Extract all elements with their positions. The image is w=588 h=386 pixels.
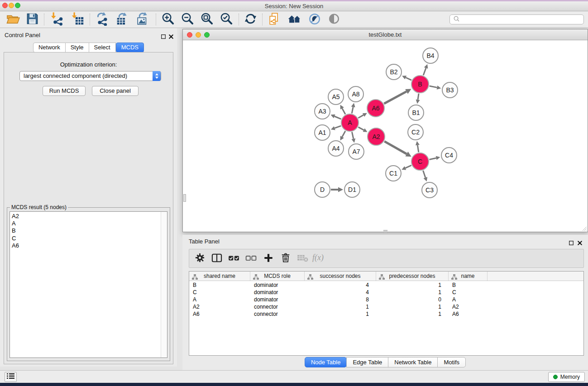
table-cell[interactable]: dominator: [250, 281, 305, 289]
float-table-panel-icon[interactable]: [569, 239, 574, 247]
table-cell[interactable]: 1: [376, 303, 449, 310]
zoom-fit-button[interactable]: [197, 12, 217, 27]
graph-edge-B-B4[interactable]: [423, 68, 426, 75]
graph-edge-A-A8[interactable]: [352, 107, 353, 113]
table-cell[interactable]: 4: [305, 289, 376, 296]
graph-node-B4[interactable]: B4: [423, 48, 438, 63]
column-header-name[interactable]: name: [449, 272, 488, 281]
table-row[interactable]: A6connector11A6: [189, 310, 583, 318]
network-canvas[interactable]: B4B2BB3A5A8A6B1A3AC2A1A2A4A7CC4C1C3DD1: [183, 40, 588, 232]
criterion-dropdown[interactable]: largest connected component (directed): [19, 71, 161, 81]
table-cell[interactable]: 8: [305, 296, 376, 303]
table-tab-node-table[interactable]: Node Table: [305, 357, 347, 367]
graph-node-A7[interactable]: A7: [349, 144, 364, 159]
graph-edge-A-A1[interactable]: [335, 126, 341, 128]
result-list-scrollbar[interactable]: [161, 212, 167, 357]
delete-table-button[interactable]: [294, 249, 311, 267]
graph-node-B[interactable]: B: [411, 76, 429, 93]
table-cell[interactable]: 4: [305, 281, 376, 289]
export-network-button[interactable]: [92, 12, 113, 27]
table-cell[interactable]: 0: [376, 296, 449, 303]
run-mcds-button[interactable]: Run MCDS: [43, 86, 86, 96]
close-panel-icon[interactable]: [169, 33, 173, 41]
table-cell[interactable]: connector: [250, 310, 305, 318]
add-column-button[interactable]: [260, 249, 277, 267]
zoom-in-button[interactable]: [158, 12, 178, 27]
graph-node-A4[interactable]: A4: [328, 141, 344, 156]
graph-edge-C-C4[interactable]: [430, 158, 436, 159]
search-box[interactable]: [449, 14, 584, 24]
table-cell[interactable]: A6: [189, 310, 250, 318]
table-cell[interactable]: 1: [305, 310, 376, 318]
graph-node-C4[interactable]: C4: [441, 148, 457, 163]
table-cell[interactable]: A2: [189, 303, 250, 310]
show-hide-panel-button[interactable]: [325, 12, 344, 27]
table-tab-network-table[interactable]: Network Table: [388, 357, 438, 367]
splitpane-grip-horizontal[interactable]: [382, 230, 388, 234]
toggle-graphics-details-button[interactable]: [305, 12, 325, 27]
splitpane-grip-left[interactable]: [183, 194, 186, 202]
table-cell[interactable]: dominator: [250, 289, 305, 296]
graph-node-C1[interactable]: C1: [386, 166, 401, 181]
window-resize-grip[interactable]: [582, 226, 587, 231]
table-cell[interactable]: 1: [376, 289, 449, 296]
graph-edge-C-C3[interactable]: [423, 171, 425, 178]
close-table-panel-icon[interactable]: [578, 239, 582, 247]
deselect-all-button[interactable]: [243, 249, 260, 267]
home-layout-button[interactable]: [284, 12, 305, 27]
table-cell[interactable]: B: [449, 281, 488, 289]
table-cell[interactable]: 1: [376, 310, 449, 318]
clone-network-button[interactable]: [265, 12, 284, 27]
control-panel-tab-style[interactable]: Style: [66, 43, 89, 52]
graph-node-A3[interactable]: A3: [315, 104, 330, 119]
zoom-selected-button[interactable]: [217, 12, 236, 27]
graph-edge-B-B3[interactable]: [430, 86, 437, 87]
table-cell[interactable]: A: [449, 296, 488, 303]
graph-node-B3[interactable]: B3: [442, 82, 458, 98]
graph-edge-A-A5[interactable]: [342, 108, 345, 114]
float-panel-icon[interactable]: [161, 33, 166, 41]
graph-node-A5[interactable]: A5: [328, 89, 344, 105]
function-builder-button[interactable]: f(x): [311, 249, 329, 267]
graph-edge-B-B2[interactable]: [406, 77, 411, 80]
mcds-result-item[interactable]: A6: [10, 242, 167, 249]
table-cell[interactable]: A: [189, 296, 250, 303]
table-row[interactable]: Cdominator41C: [189, 289, 583, 296]
table-cell[interactable]: A6: [449, 310, 488, 318]
graph-node-C[interactable]: C: [411, 153, 429, 170]
table-cell[interactable]: C: [449, 289, 488, 296]
graph-edge-A6-B[interactable]: [384, 91, 406, 104]
table-cell[interactable]: dominator: [250, 296, 305, 303]
table-cell[interactable]: 1: [305, 303, 376, 310]
table-cell[interactable]: connector: [250, 303, 305, 310]
table-cell[interactable]: A2: [449, 303, 488, 310]
dropdown-spinner-icon[interactable]: [153, 71, 161, 81]
table-cell[interactable]: B: [189, 281, 250, 289]
column-header-MCDS-role[interactable]: MCDS role: [250, 272, 305, 281]
table-settings-button[interactable]: [191, 249, 208, 267]
task-history-button[interactable]: [5, 372, 17, 382]
graph-node-D1[interactable]: D1: [344, 182, 360, 197]
close-panel-button[interactable]: Close panel: [92, 86, 139, 96]
column-header-shared-name[interactable]: shared name: [189, 272, 250, 281]
delete-columns-button[interactable]: [277, 249, 294, 267]
save-session-button[interactable]: [23, 12, 42, 27]
zoom-out-button[interactable]: [178, 12, 197, 27]
graph-edge-A-A7[interactable]: [352, 132, 353, 139]
table-row[interactable]: Adominator80A: [189, 296, 583, 303]
open-session-button[interactable]: [3, 12, 23, 27]
table-row[interactable]: Bdominator41B: [189, 281, 583, 289]
mcds-result-item[interactable]: A: [10, 220, 167, 227]
mcds-result-item[interactable]: C: [10, 235, 167, 242]
import-network-button[interactable]: [47, 12, 67, 27]
table-row[interactable]: A2connector11A2: [189, 303, 583, 310]
graph-node-B1[interactable]: B1: [408, 105, 424, 120]
graph-node-A6[interactable]: A6: [367, 100, 384, 117]
control-panel-tab-mcds[interactable]: MCDS: [116, 43, 144, 52]
graph-node-C2[interactable]: C2: [408, 124, 423, 140]
column-header-successor-nodes[interactable]: successor nodes: [305, 272, 376, 281]
graph-edge-C-C1[interactable]: [406, 165, 411, 168]
graph-node-B2[interactable]: B2: [386, 64, 402, 80]
mcds-result-item[interactable]: B: [10, 227, 167, 234]
graph-edge-A2-C[interactable]: [384, 141, 406, 154]
